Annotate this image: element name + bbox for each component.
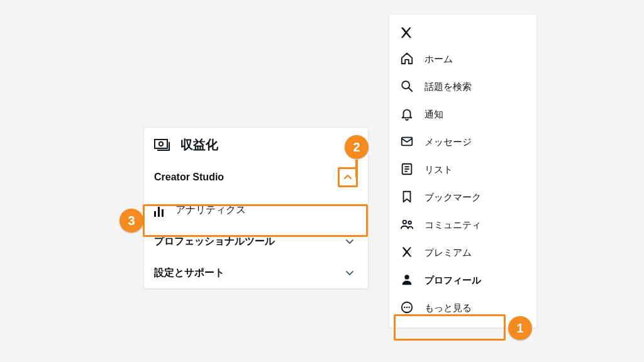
sidebar-item-label: ブックマーク — [425, 192, 481, 202]
svg-point-13 — [404, 275, 409, 279]
svg-point-12 — [408, 221, 411, 224]
primary-sidebar: ホーム 話題を検索 通知 メッセージ リ — [389, 14, 537, 328]
sidebar-item-lists[interactable]: リスト — [396, 155, 530, 183]
more-circle-icon — [399, 300, 414, 315]
sidebar-item-profile[interactable]: プロフィール — [396, 266, 530, 293]
analytics-label: アナリティクス — [175, 204, 246, 217]
svg-rect-0 — [155, 140, 167, 148]
sidebar-item-label: 通知 — [425, 109, 443, 119]
submenu-header-label: 収益化 — [180, 136, 218, 153]
submenu-section-settings-support[interactable]: 設定とサポート — [144, 257, 368, 288]
sidebar-item-communities[interactable]: コミュニティ — [396, 211, 530, 238]
money-icon — [154, 137, 170, 153]
sidebar-item-label: ホーム — [425, 54, 453, 63]
sidebar-item-notifications[interactable]: 通知 — [396, 100, 530, 128]
bookmark-icon — [399, 189, 414, 204]
bar-chart-icon — [154, 204, 167, 217]
sidebar-item-label: もっと見る — [425, 303, 472, 312]
more-submenu-panel: 収益化 Creator Studio アナリティクス プロフェッショナルツール — [143, 127, 369, 289]
submenu-header-monetization[interactable]: 収益化 — [144, 128, 368, 160]
envelope-icon — [399, 134, 414, 149]
submenu-section-pro-tools[interactable]: プロフェッショナルツール — [144, 226, 368, 257]
x-logo-icon — [399, 244, 414, 260]
home-icon — [399, 51, 414, 66]
svg-point-15 — [404, 307, 405, 308]
svg-point-1 — [159, 141, 163, 145]
bell-icon — [399, 106, 414, 121]
sidebar-item-label: 話題を検索 — [425, 82, 472, 91]
sidebar-item-label: リスト — [425, 165, 453, 174]
x-logo-icon[interactable] — [396, 21, 530, 45]
sidebar-item-label: プロフィール — [425, 275, 481, 285]
settings-support-label: 設定とサポート — [154, 266, 225, 280]
svg-point-11 — [403, 221, 407, 224]
sidebar-item-home[interactable]: ホーム — [396, 45, 530, 72]
sidebar-item-more[interactable]: もっと見る — [396, 293, 530, 321]
submenu-item-analytics[interactable]: アナリティクス — [144, 195, 368, 226]
svg-line-5 — [409, 88, 413, 92]
sidebar-item-label: メッセージ — [425, 137, 472, 146]
pro-tools-label: プロフェッショナルツール — [154, 235, 275, 248]
annotation-badge-3: 3 — [119, 209, 143, 233]
svg-point-16 — [406, 307, 408, 308]
chevron-down-icon — [341, 265, 358, 281]
creator-studio-label: Creator Studio — [154, 172, 224, 183]
sidebar-item-premium[interactable]: プレミアム — [396, 238, 530, 266]
search-icon — [399, 79, 414, 94]
sidebar-item-messages[interactable]: メッセージ — [396, 128, 530, 155]
submenu-section-creator-studio[interactable]: Creator Studio — [144, 160, 368, 195]
people-icon — [399, 217, 414, 232]
list-icon — [399, 162, 414, 177]
sidebar-item-bookmarks[interactable]: ブックマーク — [396, 183, 530, 211]
sidebar-item-explore[interactable]: 話題を検索 — [396, 72, 530, 100]
svg-point-17 — [408, 307, 409, 308]
sidebar-item-label: コミュニティ — [425, 220, 481, 229]
chevron-down-icon — [341, 233, 358, 250]
chevron-up-icon[interactable] — [338, 167, 358, 187]
svg-rect-3 — [169, 142, 170, 151]
svg-rect-2 — [157, 150, 170, 151]
sidebar-item-label: プレミアム — [425, 248, 472, 257]
person-icon — [399, 272, 414, 287]
